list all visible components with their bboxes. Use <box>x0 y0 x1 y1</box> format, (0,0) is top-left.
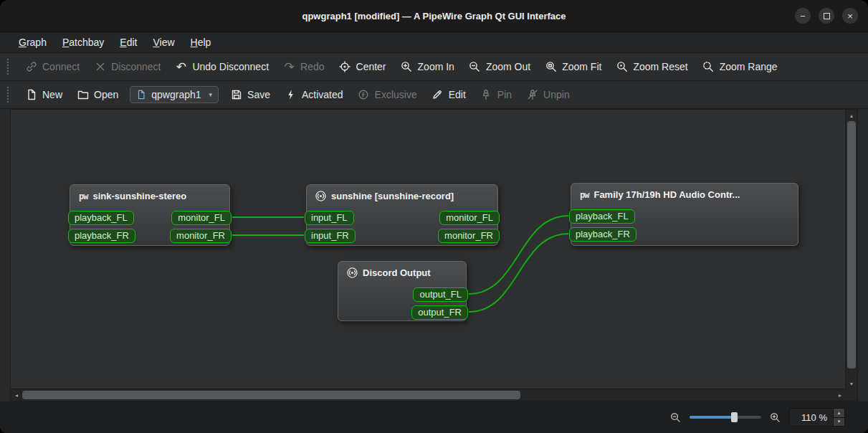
activated-button[interactable]: Activated <box>278 85 350 105</box>
connections-layer <box>11 110 846 389</box>
zoom-slider-fill <box>690 416 734 419</box>
center-label: Center <box>356 61 386 72</box>
undo-disconnect-button[interactable]: ↶ Undo Disconnect <box>168 57 275 77</box>
status-bar: 110 % ▴ ▾ <box>0 401 868 433</box>
zoom-reset-icon <box>616 61 628 73</box>
speaker-icon <box>315 191 326 201</box>
window-title: qpwgraph1 [modified] — A PipeWire Graph … <box>302 11 566 22</box>
undo-disconnect-label: Undo Disconnect <box>192 61 269 72</box>
unpin-button[interactable]: Unpin <box>520 85 576 105</box>
graph-canvas[interactable]: pwsink-sunshine-stereoplayback_FLplaybac… <box>11 110 846 389</box>
pin-label: Pin <box>497 89 512 100</box>
save-label: Save <box>247 89 270 100</box>
new-file-icon <box>25 89 37 101</box>
menu-help[interactable]: Help <box>183 34 219 50</box>
connect-button[interactable]: Connect <box>19 57 86 77</box>
speaker-icon <box>347 267 358 278</box>
zoom-out-small-icon[interactable] <box>670 412 681 423</box>
node-header: Discord Output <box>338 262 466 278</box>
zoom-reset-button[interactable]: Zoom Reset <box>609 57 694 77</box>
toolbar-handle[interactable] <box>7 59 12 75</box>
zoom-range-label: Zoom Range <box>720 61 778 72</box>
save-button[interactable]: Save <box>224 85 277 105</box>
zoom-fit-button[interactable]: Zoom Fit <box>538 57 608 77</box>
zoom-value: 110 % <box>790 409 833 426</box>
zoom-range-icon <box>702 61 715 73</box>
horizontal-scrollbar[interactable]: ◂ ▸ <box>11 389 846 401</box>
pipewire-icon: pw <box>79 191 87 201</box>
zoom-in-small-icon[interactable] <box>770 412 781 423</box>
input-port[interactable]: playback_FR <box>569 227 636 242</box>
scroll-down-icon[interactable]: ▾ <box>846 378 857 389</box>
graph-node[interactable]: Discord Outputoutput_FLoutput_FR <box>338 261 467 321</box>
scrollbar-corner <box>846 389 857 401</box>
toolbar-file: New Open qpwgraph1 ▾ Save Activated Excl… <box>0 81 868 109</box>
scroll-up-icon[interactable]: ▴ <box>846 110 857 121</box>
horizontal-scrollbar-thumb[interactable] <box>22 391 520 399</box>
edit-button[interactable]: Edit <box>425 85 472 105</box>
input-port[interactable]: playback_FL <box>68 211 134 225</box>
redo-icon: ↷ <box>283 61 295 73</box>
zoom-out-button[interactable]: Zoom Out <box>462 57 537 77</box>
menu-patchbay[interactable]: Patchbay <box>55 34 111 50</box>
open-button[interactable]: Open <box>70 85 125 105</box>
output-port[interactable]: monitor_FL <box>439 211 500 225</box>
disconnect-button[interactable]: Disconnect <box>87 57 167 77</box>
output-port[interactable]: monitor_FR <box>170 229 232 243</box>
pin-button[interactable]: Pin <box>474 85 518 105</box>
activated-bolt-icon <box>285 89 297 101</box>
spin-down-button[interactable]: ▾ <box>834 418 844 427</box>
menu-edit[interactable]: Edit <box>113 34 144 50</box>
save-icon <box>230 89 242 101</box>
redo-button[interactable]: ↷ Redo <box>277 57 330 77</box>
vertical-scrollbar[interactable]: ▴ ▾ <box>845 110 857 389</box>
toolbar-handle[interactable] <box>7 87 12 103</box>
redo-label: Redo <box>300 61 324 72</box>
input-port[interactable]: playback_FL <box>569 209 635 224</box>
output-port[interactable]: monitor_FL <box>171 211 232 225</box>
spin-up-button[interactable]: ▴ <box>834 409 844 418</box>
pin-icon <box>480 89 492 101</box>
zoom-fit-icon <box>545 61 557 73</box>
exclusive-icon <box>358 89 370 101</box>
node-header: pwFamily 17h/19h HD Audio Contr... <box>571 184 798 200</box>
graph-view: pwsink-sunshine-stereoplayback_FLplaybac… <box>10 109 858 401</box>
disconnect-label: Disconnect <box>111 61 161 72</box>
scroll-left-icon[interactable]: ◂ <box>11 389 22 401</box>
center-button[interactable]: Center <box>333 57 393 77</box>
zoom-slider-handle[interactable] <box>731 412 738 422</box>
open-label: Open <box>94 89 118 100</box>
zoom-in-button[interactable]: Zoom In <box>394 57 461 77</box>
input-port[interactable]: playback_FR <box>68 229 135 243</box>
zoom-range-button[interactable]: Zoom Range <box>696 57 784 77</box>
close-button[interactable]: × <box>842 8 858 24</box>
spin-up-icon: ▴ <box>838 410 841 416</box>
node-title: sunshine [sunshine-record] <box>331 191 454 201</box>
patchbay-combobox[interactable]: qpwgraph1 ▾ <box>130 86 219 103</box>
maximize-button[interactable] <box>819 8 834 24</box>
zoom-fit-label: Zoom Fit <box>562 61 601 72</box>
menu-view[interactable]: View <box>146 34 181 50</box>
output-port[interactable]: output_FR <box>411 305 468 320</box>
menu-graph[interactable]: Graph <box>11 34 54 50</box>
zoom-spinbox[interactable]: 110 % ▴ ▾ <box>789 408 845 427</box>
minimize-button[interactable]: − <box>795 8 811 24</box>
input-port[interactable]: input_FL <box>305 211 354 225</box>
title-bar[interactable]: qpwgraph1 [modified] — A PipeWire Graph … <box>0 0 868 32</box>
menu-bar: Graph Patchbay Edit View Help <box>0 32 868 53</box>
vertical-scrollbar-thumb[interactable] <box>847 121 856 368</box>
zoom-slider[interactable] <box>690 411 761 423</box>
disconnect-icon <box>94 61 106 73</box>
graph-node[interactable]: pwsink-sunshine-stereoplayback_FLplaybac… <box>70 184 230 246</box>
zoom-reset-label: Zoom Reset <box>633 61 687 72</box>
graph-node[interactable]: sunshine [sunshine-record]input_FLinput_… <box>306 184 498 246</box>
output-port[interactable]: monitor_FR <box>438 229 500 243</box>
activated-label: Activated <box>302 89 343 100</box>
output-port[interactable]: output_FL <box>413 287 468 302</box>
center-icon <box>339 61 351 73</box>
exclusive-button[interactable]: Exclusive <box>351 85 424 105</box>
scroll-right-icon[interactable]: ▸ <box>834 389 846 401</box>
input-port[interactable]: input_FR <box>305 229 356 243</box>
graph-node[interactable]: pwFamily 17h/19h HD Audio Contr...playba… <box>571 183 798 246</box>
new-button[interactable]: New <box>19 85 69 105</box>
